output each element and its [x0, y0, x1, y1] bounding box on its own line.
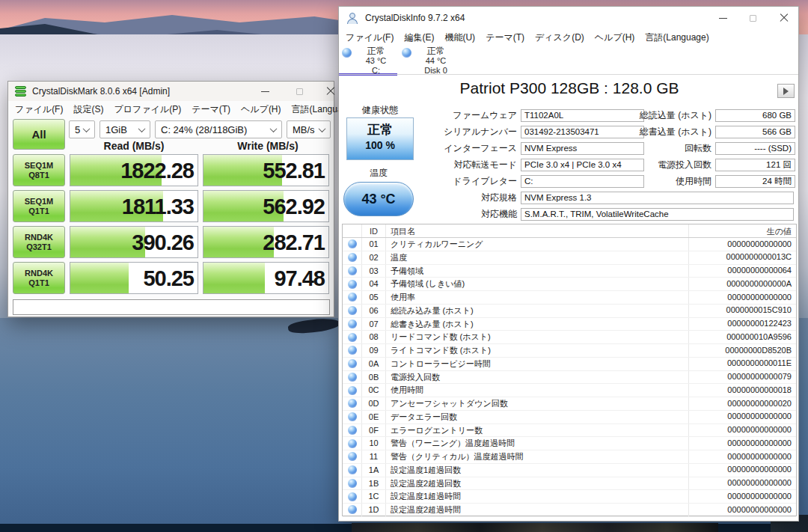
health-orb-icon	[402, 48, 411, 58]
write-value: 562.92	[263, 194, 325, 218]
cdi-maximize-button[interactable]	[740, 7, 765, 29]
close-icon	[780, 13, 789, 22]
cdm-write-cell[interactable]: 552.81	[203, 154, 329, 186]
cdi-menu-item[interactable]: ファイル(F)	[340, 31, 399, 44]
health-orb-icon	[348, 266, 357, 275]
write-value: 97.48	[274, 266, 325, 290]
field-value: 566 GB	[715, 126, 795, 138]
attribute-raw-value: 00000000D8520B	[689, 344, 796, 358]
cdi-next-disk-button[interactable]	[777, 84, 795, 98]
write-fill-bar	[203, 263, 265, 293]
cdi-menu-item[interactable]: テーマ(T)	[480, 31, 530, 44]
attribute-id: 06	[362, 305, 386, 317]
attribute-id: 1D	[362, 504, 386, 516]
cdm-write-cell[interactable]: 97.48	[203, 262, 329, 294]
cdm-test-size-select[interactable]: 1GiB	[100, 120, 150, 138]
cdm-read-cell[interactable]: 50.25	[70, 262, 198, 294]
status-cell	[343, 344, 362, 357]
cdm-comment-input[interactable]	[13, 299, 330, 315]
cdm-all-button[interactable]: All	[13, 119, 65, 150]
cdi-menu-item[interactable]: 編集(E)	[399, 31, 439, 44]
cdm-result-row: SEQ1M Q8T1 1822.28 552.81	[13, 154, 333, 186]
drive-tab-text: 正常 44 °C Disk 0	[413, 46, 459, 76]
smart-table-row: 05 使用率 00000000000000	[343, 291, 796, 305]
test-name: SEQ1M	[25, 161, 54, 171]
smart-attribute-table: ID 項目名 生の値 01 クリティカルワーニング 00000000000000	[342, 224, 797, 516]
cdi-menu-item[interactable]: ディスク(D)	[530, 31, 590, 44]
raw-column-header: 生の値	[689, 224, 796, 238]
health-orb-icon	[348, 306, 357, 315]
test-size-value: 1GiB	[105, 124, 127, 135]
cdm-minimize-button[interactable]	[252, 82, 278, 101]
cdm-run-count-select[interactable]: 5	[69, 120, 95, 138]
health-orb-icon	[348, 399, 357, 408]
cdm-menu-item[interactable]: ヘルプ(H)	[236, 103, 287, 116]
cdm-test-button[interactable]: SEQ1M Q1T1	[13, 190, 65, 222]
cdi-menu-item[interactable]: 言語(Language)	[640, 31, 714, 44]
cdm-target-drive-select[interactable]: C: 24% (28/118GiB)	[155, 120, 282, 138]
cdm-test-button[interactable]: RND4K Q1T1	[13, 262, 65, 294]
cdm-test-button[interactable]: SEQ1M Q8T1	[13, 154, 65, 186]
attribute-name: 警告（クリティカル）温度超過時間	[386, 450, 689, 463]
cdm-write-cell[interactable]: 562.92	[203, 190, 329, 222]
read-fill-bar	[70, 263, 129, 293]
cdi-menu-item[interactable]: ヘルプ(H)	[590, 31, 640, 44]
health-orb-icon	[348, 253, 357, 262]
cdi-close-button[interactable]	[771, 7, 797, 29]
cdm-read-column-header: Read (MB/s)	[70, 140, 198, 152]
id-column-header: ID	[362, 224, 386, 237]
name-column-header: 項目名	[386, 224, 689, 237]
cdm-read-cell[interactable]: 1811.33	[70, 190, 198, 222]
cdm-result-row: RND4K Q32T1 390.26 282.71	[13, 226, 333, 258]
smart-table-row: 09 ライトコマンド数 (ホスト) 00000000D8520B	[343, 344, 796, 358]
smart-rows: 01 クリティカルワーニング 00000000000000 02 温度 0000…	[343, 238, 796, 517]
cdm-menu-item[interactable]: ファイル(F)	[10, 103, 68, 116]
attribute-raw-value: 000000010A9596	[689, 331, 796, 344]
health-orb-icon	[348, 505, 357, 514]
health-orb-icon	[348, 492, 357, 501]
field-label: 対応規格	[339, 192, 521, 204]
smart-table-row: 0C 使用時間 00000000000018	[343, 384, 796, 397]
cdm-app-icon	[15, 86, 26, 97]
attribute-raw-value: 00000000000064	[689, 264, 796, 278]
cdm-write-cell[interactable]: 282.71	[203, 226, 329, 258]
smart-table-row: 11 警告（クリティカル）温度超過時間 00000000000000	[343, 450, 796, 464]
cdm-test-button[interactable]: RND4K Q32T1	[13, 226, 65, 258]
field-value: S.M.A.R.T., TRIM, VolatileWriteCache	[521, 208, 794, 221]
cdm-menu-item[interactable]: テーマ(T)	[186, 103, 236, 116]
cdm-read-cell[interactable]: 390.26	[70, 226, 198, 258]
cdm-menu-item[interactable]: プロファイル(P)	[108, 103, 186, 116]
cdi-titlebar[interactable]: CrystalDiskInfo 9.7.2 x64	[339, 7, 798, 29]
field-label: 使用時間	[339, 175, 715, 188]
status-cell	[343, 318, 362, 331]
drive-temp: 43 °C	[353, 56, 399, 66]
attribute-raw-value: 00000000000000	[689, 291, 796, 305]
status-cell	[343, 450, 362, 463]
cdm-unit-select[interactable]: MB/s	[287, 120, 331, 138]
crystaldiskmark-window: CrystalDiskMark 8.0.6 x64 [Admin] ファイル(F…	[7, 81, 334, 317]
cdi-minimize-button[interactable]	[710, 7, 735, 29]
attribute-id: 08	[362, 331, 386, 343]
attribute-raw-value: 00000000000000	[689, 477, 796, 490]
field-row: 総読込量 (ホスト) 680 GB	[339, 107, 798, 123]
cdm-menubar: ファイル(F)設定(S)プロファイル(P)テーマ(T)ヘルプ(H)言語(Lang…	[10, 102, 361, 117]
attribute-name: 設定温度1超過時間	[386, 490, 689, 503]
field-row: 総書込量 (ホスト) 566 GB	[339, 123, 798, 140]
cdm-titlebar[interactable]: CrystalDiskMark 8.0.6 x64 [Admin]	[8, 82, 334, 101]
status-cell	[343, 265, 362, 278]
cdi-drive-tab[interactable]: 正常 44 °C Disk 0	[399, 46, 459, 76]
smart-table-header: ID 項目名 生の値	[343, 224, 796, 238]
status-cell	[343, 371, 362, 384]
cdm-read-cell[interactable]: 1822.28	[70, 154, 198, 186]
field-value: NVM Express 1.3	[521, 192, 794, 204]
cdi-menu-item[interactable]: 機能(U)	[439, 31, 480, 44]
drive-tab-text: 正常 43 °C C:	[353, 46, 399, 76]
cdi-drive-tab[interactable]: 正常 43 °C C:	[339, 46, 399, 76]
status-cell	[343, 278, 362, 290]
status-cell	[343, 490, 362, 503]
cdi-drive-tabs: 正常 43 °C C: 正常 44 °C Disk 0	[339, 46, 459, 76]
attribute-raw-value: 00000000000000	[689, 463, 796, 477]
cdm-maximize-button[interactable]	[287, 82, 312, 101]
status-cell	[343, 477, 362, 490]
cdm-menu-item[interactable]: 設定(S)	[68, 103, 108, 116]
